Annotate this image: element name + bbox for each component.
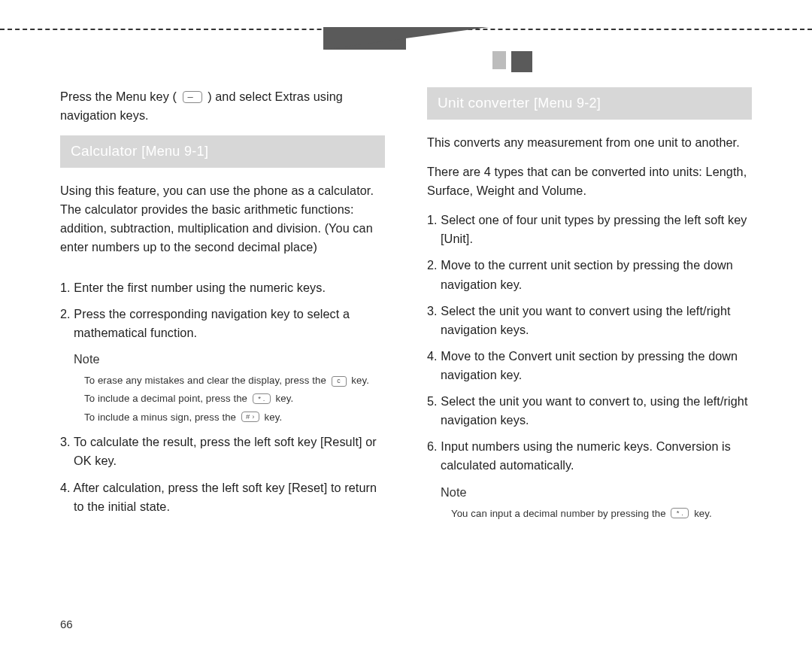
- step-item: 2. Move to the current unit section by p…: [427, 256, 752, 293]
- section-heading-unit-converter: Unit converter [Menu 9-2]: [427, 87, 752, 120]
- step-item: 4. After calculation, press the left sof…: [60, 478, 385, 516]
- note-line: To include a minus sign, press the # › k…: [84, 410, 385, 425]
- step-text: Press the corresponding navigation key t…: [74, 307, 350, 339]
- intro-text: Press the Menu key ( ) and select Extras…: [60, 87, 385, 125]
- section-menu-ref: [Menu 9-1]: [141, 144, 208, 159]
- step-item: 6. Input numbers using the numeric keys.…: [427, 437, 752, 475]
- c-key-icon: c: [332, 376, 347, 387]
- step-text: Select the unit you want to convert usin…: [441, 304, 731, 336]
- menu-key-icon: [183, 91, 202, 103]
- step-text: Select the unit you want to convert to, …: [441, 394, 748, 427]
- step-item: 3. Select the unit you want to convert u…: [427, 302, 752, 339]
- unit-converter-p1: This converts any measurement from one u…: [427, 133, 752, 152]
- dashed-divider: [0, 29, 812, 32]
- step-text: Move to the current unit section by pres…: [441, 258, 733, 290]
- step-text: To calculate the result, press the left …: [74, 435, 377, 467]
- section-title: Unit converter: [438, 95, 529, 111]
- step-text: Enter the first number using the numeric…: [74, 281, 326, 294]
- note-line: You can input a decimal number by pressi…: [451, 506, 752, 521]
- note-label: Note: [441, 483, 752, 502]
- two-column-layout: Press the Menu key ( ) and select Extras…: [60, 87, 752, 612]
- calculator-description: Using this feature, you can use the phon…: [60, 181, 385, 257]
- step-item: 3. To calculate the result, press the le…: [60, 433, 385, 470]
- unit-converter-p2: There are 4 types that can be converted …: [427, 162, 752, 200]
- step-item: 4. Move to the Convert unit section by p…: [427, 347, 752, 384]
- note-label: Note: [74, 350, 385, 369]
- step-item: 2. Press the corresponding navigation ke…: [60, 305, 385, 342]
- note-line: To erase any mistakes and clear the disp…: [84, 373, 385, 388]
- section-menu-ref: [Menu 9-2]: [534, 96, 601, 111]
- section-title: Calculator: [71, 143, 138, 159]
- calculator-steps: 1. Enter the first number using the nume…: [60, 278, 385, 342]
- section-heading-calculator: Calculator [Menu 9-1]: [60, 135, 385, 168]
- step-item: 1. Select one of four unit types by pres…: [427, 211, 752, 248]
- page-ornament: [0, 27, 812, 59]
- step-item: 1. Enter the first number using the nume…: [60, 278, 385, 297]
- right-column: Unit converter [Menu 9-2] This converts …: [427, 87, 752, 612]
- step-text: Move to the Convert unit section by pres…: [441, 349, 738, 381]
- note-line: To include a decimal point, press the * …: [84, 391, 385, 406]
- step-text: Select one of four unit types by pressin…: [441, 213, 747, 245]
- manual-page: Press the Menu key ( ) and select Extras…: [0, 0, 812, 650]
- step-item: 5. Select the unit you want to convert t…: [427, 392, 752, 430]
- unit-converter-steps: 1. Select one of four unit types by pres…: [427, 211, 752, 475]
- star-key-icon: * .: [253, 393, 271, 404]
- page-number: 66: [60, 618, 73, 630]
- star-key-icon: * .: [671, 508, 689, 518]
- step-text: Input numbers using the numeric keys. Co…: [441, 439, 731, 472]
- step-text: After calculation, press the left soft k…: [73, 481, 377, 513]
- left-column: Press the Menu key ( ) and select Extras…: [60, 87, 385, 612]
- calculator-steps-continued: 3. To calculate the result, press the le…: [60, 433, 385, 515]
- hash-key-icon: # ›: [241, 412, 259, 422]
